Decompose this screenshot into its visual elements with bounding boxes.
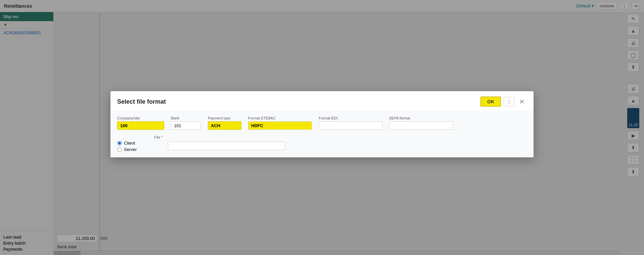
company-site-input[interactable]	[117, 121, 164, 130]
required-star: *	[161, 135, 163, 139]
bank-label: Bank	[171, 116, 201, 120]
file-section: File * Client Server	[117, 135, 527, 152]
format-etebac-input-wrapper: 🔍 ⋮	[248, 121, 312, 130]
radio-server[interactable]: Server	[117, 147, 163, 152]
radio-client[interactable]: Client	[117, 141, 163, 146]
bank-input[interactable]	[171, 121, 201, 130]
company-site-label: Company/site	[117, 116, 164, 120]
file-field-label: File *	[154, 135, 163, 139]
radio-client-input[interactable]	[117, 141, 122, 145]
sepa-format-input[interactable]	[389, 122, 451, 130]
modal-title: Select file format	[117, 98, 166, 105]
format-edi-label: Format EDI	[319, 116, 382, 120]
modal-close-button[interactable]: ✕	[517, 97, 527, 106]
radio-server-label: Server	[124, 147, 137, 152]
radio-client-label: Client	[124, 141, 135, 146]
modal-header: Select file format OK ⋮ ✕	[110, 91, 534, 111]
sepa-format-group: SEPA format 🔍 ⋮	[389, 116, 453, 130]
fields-row: Company/site Bank Payment type Format ET…	[117, 116, 527, 130]
company-site-group: Company/site	[117, 116, 164, 130]
payment-type-group: Payment type	[208, 116, 241, 130]
radio-col: File * Client Server	[117, 135, 163, 152]
sepa-format-search-icon[interactable]: 🔍	[451, 122, 453, 129]
modal-header-actions: OK ⋮ ✕	[480, 97, 527, 107]
file-path-input[interactable]	[168, 142, 285, 150]
sepa-format-label: SEPA format	[389, 116, 453, 120]
file-inner: File * Client Server	[117, 135, 285, 152]
format-edi-input[interactable]	[319, 122, 381, 130]
file-input-col	[168, 135, 285, 150]
format-etebac-search-icon[interactable]: 🔍	[310, 122, 312, 129]
radio-server-input[interactable]	[117, 147, 122, 152]
format-edi-search-icon[interactable]: 🔍	[381, 122, 382, 129]
file-layout: File * Client Server	[117, 135, 285, 152]
format-etebac-label: Format ETEBAC	[248, 116, 312, 120]
payment-type-input[interactable]	[208, 121, 241, 130]
format-etebac-input[interactable]	[248, 122, 310, 130]
file-label-row: File *	[117, 135, 163, 139]
modal-dialog: Select file format OK ⋮ ✕ Company/site B…	[110, 91, 534, 157]
payment-type-label: Payment type	[208, 116, 241, 120]
format-edi-input-wrapper: 🔍 ⋮	[319, 121, 382, 130]
format-etebac-group: Format ETEBAC 🔍 ⋮	[248, 116, 312, 130]
ok-button[interactable]: OK	[480, 97, 501, 107]
sepa-format-input-wrapper: 🔍 ⋮	[389, 121, 453, 130]
modal-more-button[interactable]: ⋮	[504, 97, 514, 106]
bank-group: Bank	[171, 116, 201, 130]
format-edi-group: Format EDI 🔍 ⋮	[319, 116, 382, 130]
modal-body: Company/site Bank Payment type Format ET…	[110, 111, 534, 157]
